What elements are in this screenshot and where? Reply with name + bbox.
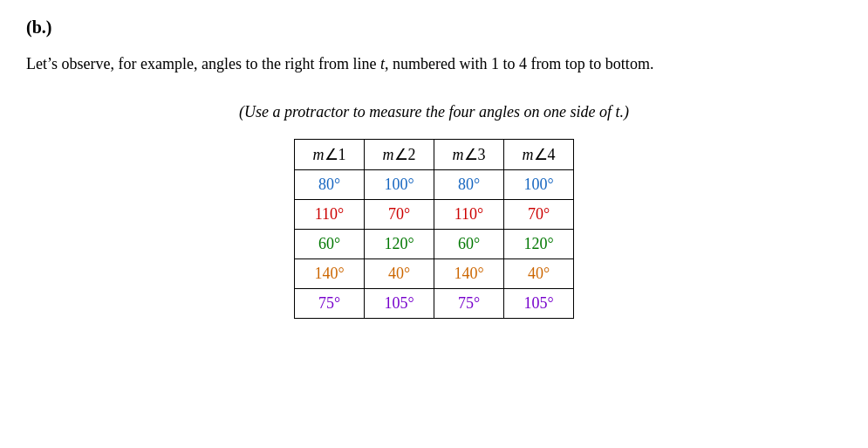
- cell-r3c2: 120°: [365, 229, 434, 258]
- table-row: 60° 120° 60° 120°: [295, 229, 574, 258]
- cell-r5c4: 105°: [504, 288, 574, 318]
- cell-r1c4: 100°: [504, 169, 574, 199]
- table-row: 75° 105° 75° 105°: [295, 288, 574, 318]
- cell-r3c1: 60°: [295, 229, 365, 258]
- intro-paragraph: Let’s observe, for example, angles to th…: [26, 52, 842, 77]
- cell-r5c3: 75°: [434, 288, 504, 318]
- cell-r1c1: 80°: [295, 169, 365, 199]
- table-row: 140° 40° 140° 40°: [295, 258, 574, 288]
- table-container: m∠1 m∠2 m∠3 m∠4 80° 100° 80° 100° 110° 7…: [26, 139, 842, 319]
- cell-r2c1: 110°: [295, 199, 365, 229]
- table-row: 80° 100° 80° 100°: [295, 169, 574, 199]
- header-m2: m∠2: [365, 139, 434, 169]
- header-m4: m∠4: [504, 139, 574, 169]
- cell-r5c1: 75°: [295, 288, 365, 318]
- cell-r5c2: 105°: [365, 288, 434, 318]
- table-header-row: m∠1 m∠2 m∠3 m∠4: [295, 139, 574, 169]
- cell-r2c2: 70°: [365, 199, 434, 229]
- cell-r4c2: 40°: [365, 258, 434, 288]
- cell-r3c4: 120°: [504, 229, 574, 258]
- header-m3: m∠3: [434, 139, 504, 169]
- cell-r2c3: 110°: [434, 199, 504, 229]
- cell-r3c3: 60°: [434, 229, 504, 258]
- angles-table: m∠1 m∠2 m∠3 m∠4 80° 100° 80° 100° 110° 7…: [294, 139, 574, 319]
- cell-r1c3: 80°: [434, 169, 504, 199]
- cell-r4c1: 140°: [295, 258, 365, 288]
- cell-r1c2: 100°: [365, 169, 434, 199]
- intro-text: Let’s observe, for example, angles to th…: [26, 55, 653, 72]
- table-row: 110° 70° 110° 70°: [295, 199, 574, 229]
- italic-instruction: (Use a protractor to measure the four an…: [26, 103, 842, 121]
- cell-r4c3: 140°: [434, 258, 504, 288]
- cell-r4c4: 40°: [504, 258, 574, 288]
- cell-r2c4: 70°: [504, 199, 574, 229]
- section-label: (b.): [26, 17, 842, 38]
- header-m1: m∠1: [295, 139, 365, 169]
